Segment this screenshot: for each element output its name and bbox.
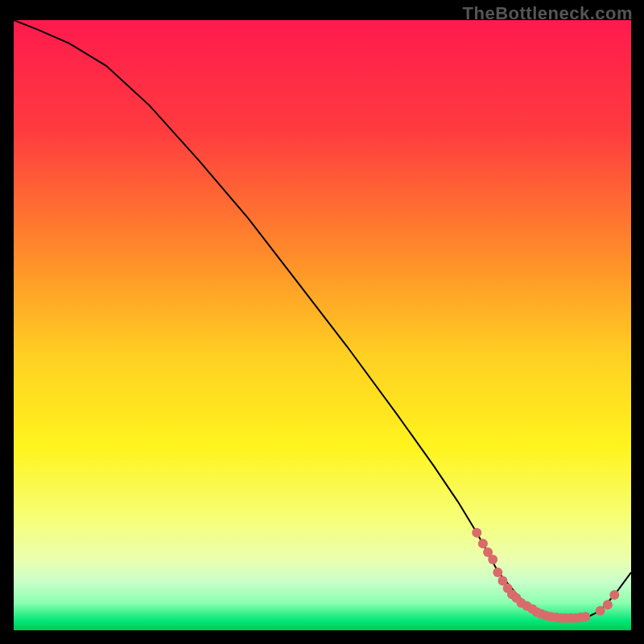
scatter-point	[493, 568, 502, 577]
chart-stage: TheBottleneck.com	[0, 0, 644, 644]
scatter-point	[603, 600, 613, 609]
chart-svg	[0, 0, 644, 644]
plot-background	[14, 20, 631, 630]
scatter-point	[596, 606, 605, 616]
scatter-point	[609, 590, 619, 600]
scatter-point	[472, 528, 481, 538]
watermark-text: TheBottleneck.com	[463, 3, 633, 24]
scatter-point	[478, 539, 488, 548]
scatter-point	[580, 612, 590, 621]
scatter-point	[488, 555, 497, 564]
